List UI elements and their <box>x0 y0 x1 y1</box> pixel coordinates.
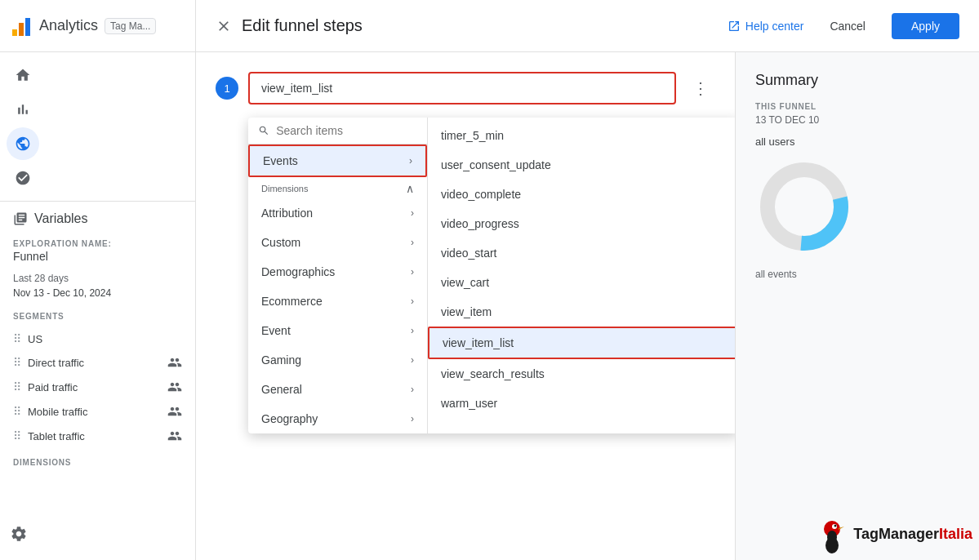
segment-mobile-traffic[interactable]: ⠿ Mobile traffic <box>13 399 182 424</box>
arrow-right-icon: › <box>409 155 412 167</box>
sidebar: Analytics Tag Ma... Variables EXPLORATIO… <box>0 0 196 560</box>
arrow-right-icon: › <box>411 384 414 395</box>
watermark: TagManager Italia <box>816 514 972 553</box>
svg-rect-1 <box>19 23 24 36</box>
segment-name: US <box>28 333 42 345</box>
donut-svg <box>755 158 853 256</box>
search-input[interactable] <box>276 124 417 137</box>
search-icon <box>258 124 269 137</box>
settings-button[interactable] <box>10 525 28 547</box>
menu-item-general[interactable]: General › <box>248 375 427 404</box>
dropdown-right-list: timer_5_min user_consent_update video_co… <box>428 118 735 433</box>
menu-item-label: Attribution <box>261 207 313 220</box>
menu-item-ecommerce[interactable]: Ecommerce › <box>248 287 427 316</box>
nav-advertising[interactable] <box>7 162 39 194</box>
this-funnel-label: THIS FUNNEL <box>755 102 959 111</box>
summary-title: Summary <box>755 72 959 89</box>
menu-item-label: General <box>261 383 302 396</box>
apply-button[interactable]: Apply <box>892 13 959 39</box>
variables-icon <box>13 211 28 226</box>
close-button[interactable] <box>216 18 232 34</box>
menu-item-custom[interactable]: Custom › <box>248 228 427 257</box>
more-options-button[interactable]: ⋮ <box>686 72 715 104</box>
all-events-label: all events <box>755 269 959 280</box>
arrow-right-icon: › <box>411 266 414 278</box>
menu-item-geography[interactable]: Geography › <box>248 404 427 433</box>
person-icon <box>167 404 182 419</box>
step-1-row: 1 ⋮ <box>216 72 715 104</box>
svg-rect-2 <box>25 18 30 36</box>
list-item-view-cart[interactable]: view_cart <box>428 268 735 297</box>
drag-icon: ⠿ <box>13 380 21 393</box>
dialog-header: Edit funnel steps Help center Cancel App… <box>196 0 979 52</box>
menu-item-label: Demographics <box>261 265 335 278</box>
segment-us[interactable]: ⠿ US <box>13 327 182 350</box>
svg-point-7 <box>827 531 837 544</box>
expand-icon[interactable]: ∧ <box>406 182 414 195</box>
sidebar-header: Analytics Tag Ma... <box>0 0 195 52</box>
cancel-button[interactable]: Cancel <box>817 13 879 39</box>
list-item-view-item-list[interactable]: view_item_list <box>428 327 735 359</box>
sidebar-nav <box>0 52 195 201</box>
dropdown-left-menu: Events › Dimensions ∧ Attribution › <box>248 118 428 433</box>
dimensions-label: Dimensions <box>261 184 308 193</box>
list-item-view-item[interactable]: view_item <box>428 297 735 327</box>
external-link-icon <box>728 20 741 33</box>
brand-name-1: TagManager <box>853 526 939 543</box>
segments-label: SEGMENTS <box>13 312 182 321</box>
segment-name: Mobile traffic <box>28 406 87 418</box>
drag-icon: ⠿ <box>13 405 21 418</box>
woodpecker-icon <box>816 514 848 553</box>
dialog-title: Edit funnel steps <box>242 16 363 35</box>
help-center-link[interactable]: Help center <box>728 20 804 33</box>
menu-item-label: Events <box>263 154 298 167</box>
list-item-warm-user[interactable]: warm_user <box>428 389 735 418</box>
menu-item-gaming[interactable]: Gaming › <box>248 345 427 375</box>
step-number: 1 <box>216 77 238 100</box>
header-right: Help center Cancel Apply <box>728 13 959 39</box>
exploration-label: EXPLORATION NAME: <box>13 239 182 248</box>
funnel-date: 13 TO DEC 10 <box>755 114 959 126</box>
donut-chart <box>755 158 853 256</box>
menu-item-label: Custom <box>261 236 300 249</box>
arrow-right-icon: › <box>411 413 414 424</box>
menu-item-attribution[interactable]: Attribution › <box>248 198 427 228</box>
menu-item-events[interactable]: Events › <box>248 144 427 177</box>
nav-explore[interactable] <box>7 127 39 160</box>
dropdown-container: Events › Dimensions ∧ Attribution › <box>248 118 715 433</box>
main-area: Edit funnel steps Help center Cancel App… <box>196 0 979 560</box>
list-item-user-consent[interactable]: user_consent_update <box>428 150 735 180</box>
arrow-right-icon: › <box>411 237 414 248</box>
summary-panel: Summary THIS FUNNEL 13 TO DEC 10 all use… <box>735 52 979 560</box>
segment-name: Paid traffic <box>28 381 78 393</box>
svg-point-9 <box>834 525 837 527</box>
menu-item-demographics[interactable]: Demographics › <box>248 257 427 287</box>
brand-name-2: Italia <box>939 526 972 543</box>
watermark-text: TagManager Italia <box>853 526 972 543</box>
drag-icon: ⠿ <box>13 332 21 345</box>
list-item-timer-5-min[interactable]: timer_5_min <box>428 121 735 150</box>
all-users-label: all users <box>755 136 959 148</box>
dimensions-label: DIMENSIONS <box>13 458 182 467</box>
list-item-video-progress[interactable]: video_progress <box>428 209 735 238</box>
person-icon <box>167 355 182 370</box>
analytics-logo-icon <box>10 15 33 38</box>
arrow-right-icon: › <box>411 207 414 219</box>
svg-rect-0 <box>12 29 17 36</box>
nav-reports[interactable] <box>7 93 39 126</box>
app-title: Analytics <box>39 17 98 34</box>
sidebar-content: Variables EXPLORATION NAME: Funnel Last … <box>0 201 195 467</box>
list-item-video-start[interactable]: video_start <box>428 238 735 268</box>
list-item-view-search-results[interactable]: view_search_results <box>428 359 735 389</box>
segment-paid-traffic[interactable]: ⠿ Paid traffic <box>13 375 182 399</box>
segment-name: Direct traffic <box>28 357 84 369</box>
menu-item-event[interactable]: Event › <box>248 316 427 345</box>
step-1-input[interactable] <box>248 72 676 104</box>
list-item-video-complete[interactable]: video_complete <box>428 180 735 209</box>
segment-direct-traffic[interactable]: ⠿ Direct traffic <box>13 350 182 375</box>
arrow-right-icon: › <box>411 325 414 336</box>
menu-item-label: Geography <box>261 412 318 425</box>
nav-home[interactable] <box>7 59 39 91</box>
menu-item-label: Ecommerce <box>261 295 323 308</box>
segment-tablet-traffic[interactable]: ⠿ Tablet traffic <box>13 424 182 448</box>
